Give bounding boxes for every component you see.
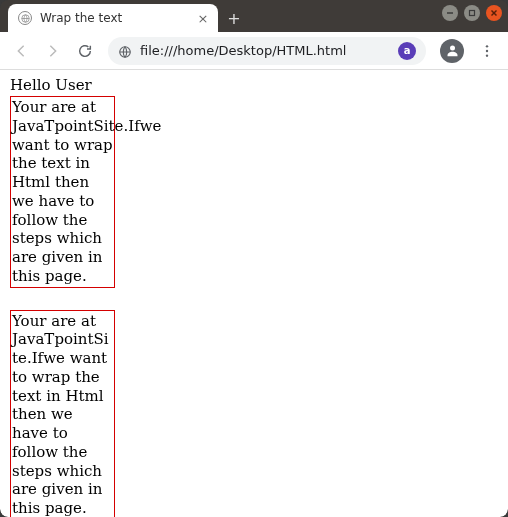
reload-button[interactable]: [70, 36, 100, 66]
close-window-button[interactable]: [486, 5, 502, 21]
forward-button[interactable]: [38, 36, 68, 66]
wrap-normal-box: Your are at JavaTpointSite.Ifwe want to …: [10, 96, 115, 288]
menu-button[interactable]: [472, 36, 502, 66]
wrap-break-box: Your are at JavaTpointSite.Ifwe want to …: [10, 310, 115, 518]
extension-badge[interactable]: a: [398, 42, 416, 60]
toolbar: file:///home/Desktop/HTML.html a: [0, 32, 508, 70]
browser-window: Wrap the text × +: [0, 0, 508, 517]
svg-point-8: [486, 49, 488, 51]
url-text: file:///home/Desktop/HTML.html: [140, 43, 390, 58]
titlebar: Wrap the text × +: [0, 0, 508, 32]
file-icon: [118, 44, 132, 58]
address-bar[interactable]: file:///home/Desktop/HTML.html a: [108, 37, 426, 65]
close-tab-button[interactable]: ×: [196, 11, 210, 25]
window-controls: [442, 5, 502, 21]
page-content: Hello User Your are at JavaTpointSite.If…: [0, 70, 508, 517]
greeting-text: Hello User: [10, 76, 498, 94]
svg-point-9: [486, 54, 488, 56]
svg-point-6: [450, 46, 455, 51]
browser-tab[interactable]: Wrap the text ×: [8, 4, 218, 32]
svg-point-7: [486, 45, 488, 47]
tab-title: Wrap the text: [40, 11, 188, 25]
svg-rect-2: [470, 11, 475, 16]
back-button[interactable]: [6, 36, 36, 66]
maximize-button[interactable]: [464, 5, 480, 21]
new-tab-button[interactable]: +: [222, 6, 246, 30]
globe-icon: [18, 11, 32, 25]
profile-avatar[interactable]: [440, 39, 464, 63]
minimize-button[interactable]: [442, 5, 458, 21]
